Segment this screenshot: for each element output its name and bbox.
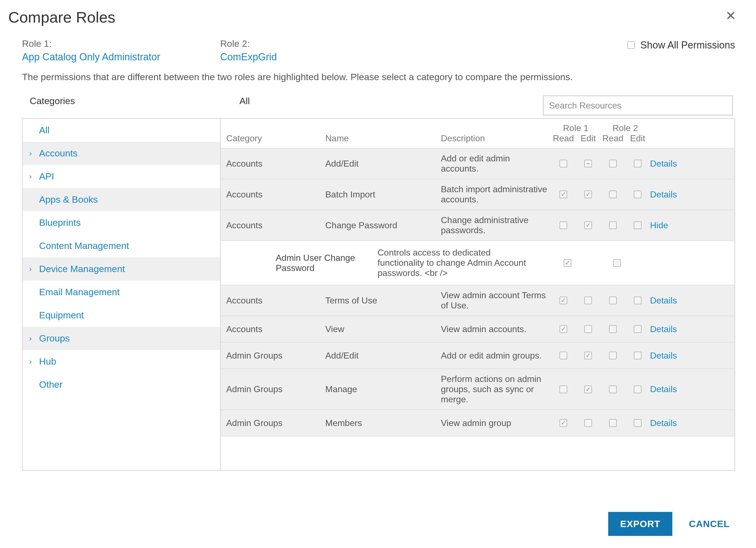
permission-checkbox[interactable] bbox=[634, 352, 642, 359]
permission-checkbox[interactable] bbox=[634, 190, 642, 198]
th-name: Name bbox=[325, 133, 441, 143]
role1-block: Role 1: App Catalog Only Administrator bbox=[22, 38, 220, 63]
permission-checkbox[interactable] bbox=[634, 297, 642, 304]
search-input[interactable] bbox=[543, 95, 733, 115]
permission-checkbox[interactable] bbox=[560, 352, 567, 359]
table-header: Category Name Description Role 1 Role 2 … bbox=[221, 119, 735, 148]
export-button[interactable]: EXPORT bbox=[608, 512, 673, 536]
permission-checkbox[interactable] bbox=[560, 221, 567, 229]
th-r2-read: Read bbox=[601, 133, 625, 143]
permissions-table-wrap[interactable]: Category Name Description Role 1 Role 2 … bbox=[221, 119, 735, 470]
permission-checkbox[interactable] bbox=[560, 297, 567, 304]
permission-checkbox[interactable] bbox=[584, 419, 592, 427]
permission-checkbox[interactable] bbox=[609, 221, 617, 229]
cell-name: Add/Edit bbox=[325, 351, 441, 361]
permission-checkbox[interactable] bbox=[609, 386, 617, 393]
permission-checkbox[interactable] bbox=[609, 419, 617, 427]
show-all-label: Show All Permissions bbox=[640, 39, 735, 51]
cancel-button[interactable]: CANCEL bbox=[689, 519, 730, 529]
sidebar-item-label: All bbox=[39, 125, 50, 135]
permission-checkbox[interactable] bbox=[634, 419, 642, 427]
permission-checkbox[interactable] bbox=[584, 325, 592, 333]
show-all-checkbox[interactable] bbox=[627, 42, 635, 49]
close-icon[interactable]: ✕ bbox=[722, 8, 739, 23]
sidebar-item-label: Hub bbox=[39, 356, 56, 367]
sidebar-item[interactable]: ›Equipment bbox=[23, 304, 220, 327]
permission-checkbox[interactable] bbox=[560, 419, 567, 427]
sidebar-item[interactable]: ›Apps & Books bbox=[23, 188, 220, 211]
sidebar-item-label: Accounts bbox=[39, 148, 78, 159]
sidebar-item[interactable]: ›Blueprints bbox=[23, 211, 220, 234]
permission-checkbox[interactable] bbox=[584, 297, 592, 304]
panel-headers: Categories All bbox=[22, 95, 735, 115]
subrow-description: Controls access to dedicated functionali… bbox=[378, 247, 543, 278]
permission-checkbox[interactable] bbox=[584, 190, 592, 198]
permission-checkbox[interactable] bbox=[560, 386, 567, 393]
sidebar-item-label: Groups bbox=[39, 333, 70, 344]
modal-title: Compare Roles bbox=[8, 8, 115, 26]
sidebar-item-label: Apps & Books bbox=[39, 194, 98, 205]
cell-checks bbox=[551, 160, 650, 167]
permission-checkbox[interactable] bbox=[560, 160, 567, 167]
role2-block: Role 2: ComExpGrid bbox=[220, 38, 418, 63]
permission-checkbox[interactable] bbox=[609, 352, 617, 359]
cell-checks bbox=[551, 386, 650, 393]
chevron-right-icon: › bbox=[29, 149, 39, 158]
sidebar-item[interactable]: ›API bbox=[23, 165, 220, 188]
details-link[interactable]: Details bbox=[650, 351, 677, 361]
sidebar-item[interactable]: ›All bbox=[23, 119, 220, 142]
permission-checkbox[interactable] bbox=[584, 221, 592, 229]
sidebar-item[interactable]: ›Accounts bbox=[23, 142, 220, 165]
sidebar-item[interactable]: ›Content Management bbox=[23, 234, 220, 257]
permission-checkbox[interactable] bbox=[634, 386, 642, 393]
cell-category: Accounts bbox=[226, 189, 325, 200]
compare-roles-modal: Compare Roles ✕ Role 1: App Catalog Only… bbox=[0, 0, 756, 548]
panels: ›All›Accounts›API›Apps & Books›Blueprint… bbox=[22, 118, 735, 471]
all-header: All bbox=[220, 95, 250, 115]
th-role2: Role 2 bbox=[601, 123, 650, 133]
permission-checkbox[interactable] bbox=[634, 221, 642, 229]
role1-name[interactable]: App Catalog Only Administrator bbox=[22, 51, 220, 63]
cell-checks bbox=[551, 325, 650, 333]
permission-checkbox[interactable] bbox=[564, 259, 571, 267]
categories-sidebar[interactable]: ›All›Accounts›API›Apps & Books›Blueprint… bbox=[23, 119, 221, 470]
cell-checks bbox=[551, 419, 650, 427]
th-role1: Role 1 bbox=[551, 123, 601, 133]
details-link[interactable]: Details bbox=[650, 159, 677, 168]
sidebar-item-label: Other bbox=[39, 379, 62, 390]
details-link[interactable]: Details bbox=[650, 189, 677, 199]
details-link[interactable]: Details bbox=[650, 384, 677, 394]
table-row: Admin GroupsMembersView admin groupDetai… bbox=[221, 410, 735, 437]
sidebar-item-label: Device Management bbox=[39, 263, 125, 274]
sidebar-item[interactable]: ›Hub bbox=[23, 350, 220, 373]
permission-checkbox[interactable] bbox=[609, 160, 617, 167]
sidebar-item[interactable]: ›Other bbox=[23, 373, 220, 396]
sidebar-item[interactable]: ›Device Management bbox=[23, 257, 220, 281]
th-roles: Role 1 Role 2 Read Edit Read Edit bbox=[551, 123, 650, 143]
details-link[interactable]: Details bbox=[650, 324, 677, 334]
permission-checkbox[interactable] bbox=[634, 160, 642, 167]
permission-checkbox[interactable] bbox=[609, 297, 617, 304]
permission-checkbox[interactable] bbox=[584, 160, 592, 167]
permission-checkbox[interactable] bbox=[584, 386, 592, 393]
permission-checkbox[interactable] bbox=[609, 190, 617, 198]
cell-category: Accounts bbox=[226, 220, 325, 230]
details-link[interactable]: Details bbox=[650, 418, 677, 428]
details-link[interactable]: Details bbox=[650, 296, 677, 306]
modal-body-scroll[interactable]: Role 1: App Catalog Only Administrator R… bbox=[8, 33, 739, 502]
chevron-right-icon: › bbox=[29, 357, 39, 366]
sidebar-item[interactable]: ›Groups bbox=[23, 327, 220, 350]
table-row: AccountsAdd/EditAdd or edit admin accoun… bbox=[221, 148, 735, 179]
permission-checkbox[interactable] bbox=[560, 325, 567, 333]
cell-name: View bbox=[325, 324, 441, 334]
role2-name[interactable]: ComExpGrid bbox=[220, 51, 418, 63]
role1-label: Role 1: bbox=[22, 38, 220, 49]
permission-checkbox[interactable] bbox=[609, 325, 617, 333]
permission-checkbox[interactable] bbox=[613, 259, 621, 267]
permission-checkbox[interactable] bbox=[560, 190, 567, 198]
details-link[interactable]: Hide bbox=[650, 220, 668, 230]
sidebar-item[interactable]: ›Email Management bbox=[23, 281, 220, 304]
cell-description: Change administrative passwords. bbox=[441, 215, 551, 235]
permission-checkbox[interactable] bbox=[584, 352, 592, 359]
permission-checkbox[interactable] bbox=[634, 325, 642, 333]
